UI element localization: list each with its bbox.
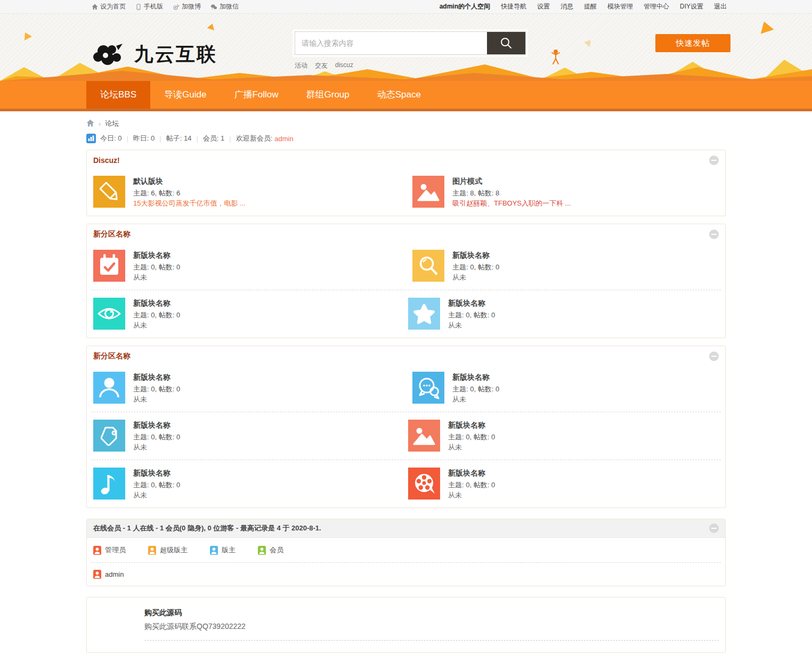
legend-label: 超级版主	[160, 545, 188, 555]
forum-name[interactable]: 新版块名称	[133, 299, 170, 307]
settings-link[interactable]: 设置	[537, 2, 550, 11]
stat-separator: |	[159, 135, 161, 143]
mobile-version-link[interactable]: 手机版	[135, 2, 163, 11]
search-button[interactable]	[487, 32, 525, 54]
eye-icon	[93, 298, 125, 330]
forum-name[interactable]: 新版块名称	[448, 469, 485, 477]
collapse-icon[interactable]	[709, 230, 719, 239]
forum-item[interactable]: 默认版块 主题: 6, 帖数: 6 15大影视公司蒸发千亿市值，电影 ...	[87, 168, 406, 216]
magnifier-icon	[412, 250, 444, 282]
new-member-link[interactable]: admin	[274, 135, 293, 143]
add-weibo-link[interactable]: 加微博	[173, 2, 201, 11]
forum-last-post[interactable]: 从未	[448, 321, 462, 329]
forum-category-section: 新分区名称 新版块名称 主题: 0, 帖数: 0 从未 新版块名称	[86, 346, 726, 508]
messages-link[interactable]: 消息	[561, 2, 573, 11]
forum-stats: 主题: 0, 帖数: 0	[133, 480, 180, 490]
forum-stats: 主题: 0, 帖数: 0	[133, 310, 180, 320]
forum-item[interactable]: 新版块名称 主题: 0, 帖数: 0 从未	[406, 290, 721, 338]
forum-name[interactable]: 新版块名称	[448, 421, 485, 429]
forum-stats: 主题: 0, 帖数: 0	[133, 384, 180, 394]
forum-item[interactable]: 新版块名称 主题: 0, 帖数: 0 从未	[91, 412, 406, 460]
buy-title: 购买此源码	[144, 608, 719, 618]
online-legend: 管理员 超级版主 版主 会员	[87, 538, 725, 562]
diy-settings-link[interactable]: DIY设置	[680, 2, 703, 11]
forum-stats-bar: 今日: 0 | 昨日: 0 | 帖子: 14 | 会员: 1 | 欢迎新会员: …	[86, 134, 726, 143]
stat-separator: |	[196, 135, 198, 143]
forum-name[interactable]: 新版块名称	[448, 299, 485, 307]
pencil-icon	[93, 176, 125, 208]
forum-item[interactable]: 新版块名称 主题: 0, 帖数: 0 从未	[406, 460, 721, 508]
nav-tab-group[interactable]: 群组Group	[293, 81, 363, 109]
mountain-decor	[0, 54, 812, 81]
forum-last-post[interactable]: 从未	[133, 321, 147, 329]
category-title[interactable]: 新分区名称	[93, 351, 131, 361]
stat-separator: |	[126, 135, 128, 143]
film-reel-icon	[408, 468, 440, 500]
forum-name[interactable]: 新版块名称	[452, 251, 490, 259]
forum-last-post[interactable]: 从未	[452, 395, 466, 403]
forum-last-post[interactable]: 从未	[452, 273, 466, 281]
nav-tab-space[interactable]: 动态Space	[363, 81, 435, 109]
forum-row: 新版块名称 主题: 0, 帖数: 0 从未 新版块名称 主题: 0, 帖数: 0…	[91, 460, 721, 508]
forum-item[interactable]: 新版块名称 主题: 0, 帖数: 0 从未	[91, 290, 406, 338]
forum-last-post[interactable]: 从未	[133, 443, 147, 451]
breadcrumb-home-link[interactable]	[86, 119, 94, 128]
nav-tab-follow[interactable]: 广播Follow	[220, 81, 292, 109]
user-badge-icon	[93, 570, 101, 579]
forum-name[interactable]: 新版块名称	[133, 469, 170, 477]
forum-last-post[interactable]: 从未	[448, 491, 462, 499]
logout-link[interactable]: 退出	[714, 2, 727, 11]
forum-last-post[interactable]: 从未	[133, 395, 147, 403]
topbar-link-label: 加微博	[182, 2, 201, 11]
forum-item[interactable]: 新版块名称 主题: 0, 帖数: 0 从未	[91, 460, 406, 508]
forum-item[interactable]: 新版块名称 主题: 0, 帖数: 0 从未	[406, 242, 725, 290]
online-member-row: admin	[91, 562, 721, 586]
search-icon	[499, 36, 513, 50]
module-manage-link[interactable]: 模块管理	[607, 2, 633, 11]
forum-category-section: Discuz! 默认版块 主题: 6, 帖数: 6 15大影视公司蒸发千亿市值，…	[86, 150, 726, 216]
forum-name[interactable]: 新版块名称	[133, 251, 170, 259]
forum-last-post[interactable]: 从未	[133, 491, 147, 499]
main-content: › 论坛 今日: 0 | 昨日: 0 | 帖子: 14 | 会员: 1 | 欢迎…	[86, 111, 726, 653]
collapse-icon[interactable]	[709, 523, 719, 533]
category-title[interactable]: Discuz!	[93, 156, 120, 165]
forum-item[interactable]: 新版块名称 主题: 0, 帖数: 0 从未	[406, 364, 725, 412]
user-space-link[interactable]: admin的个人空间	[440, 2, 490, 11]
stats-chart-icon	[86, 134, 96, 143]
forum-name[interactable]: 新版块名称	[133, 421, 170, 429]
forum-name[interactable]: 新版块名称	[133, 373, 170, 381]
collapse-icon[interactable]	[709, 155, 719, 165]
forum-last-post[interactable]: 吸引赵丽颖、TFBOYS入职的一下科 ...	[452, 199, 571, 207]
collapse-icon[interactable]	[709, 351, 719, 361]
site-header: 九云互联 活动 交友 discuz 快速发帖	[0, 14, 812, 81]
forum-item[interactable]: 新版块名称 主题: 0, 帖数: 0 从未	[406, 412, 721, 460]
set-homepage-link[interactable]: 设为首页	[92, 2, 126, 11]
nav-tab-forum[interactable]: 论坛BBS	[86, 81, 150, 109]
forum-item[interactable]: 新版块名称 主题: 0, 帖数: 0 从未	[87, 242, 406, 290]
stat-welcome-label: 欢迎新会员:	[236, 134, 273, 143]
online-member-name[interactable]: admin	[105, 570, 124, 578]
admin-center-link[interactable]: 管理中心	[644, 2, 669, 11]
legend-label: 版主	[222, 545, 236, 555]
search-input[interactable]	[295, 32, 487, 54]
forum-item[interactable]: 图片模式 主题: 8, 帖数: 8 吸引赵丽颖、TFBOYS入职的一下科 ...	[406, 168, 725, 216]
forum-name[interactable]: 默认版块	[133, 177, 163, 185]
reminders-link[interactable]: 提醒	[584, 2, 597, 11]
forum-last-post[interactable]: 从未	[448, 443, 462, 451]
stat-separator: |	[229, 135, 231, 143]
top-utility-bar: 设为首页 手机版 加微博 加微信 admin的个人空间 快捷导航 设置 消息 提…	[0, 0, 812, 14]
nav-tab-guide[interactable]: 导读Guide	[150, 81, 220, 109]
category-title[interactable]: 新分区名称	[93, 230, 131, 239]
forum-stats: 主题: 0, 帖数: 0	[452, 384, 499, 394]
forum-name[interactable]: 图片模式	[452, 177, 482, 185]
breadcrumb-current[interactable]: 论坛	[105, 119, 119, 128]
forum-last-post[interactable]: 从未	[133, 273, 147, 281]
forum-item[interactable]: 新版块名称 主题: 0, 帖数: 0 从未	[87, 364, 406, 412]
quick-nav-link[interactable]: 快捷导航	[501, 2, 526, 11]
forum-name[interactable]: 新版块名称	[452, 373, 490, 381]
decor-triangle	[758, 19, 774, 34]
forum-last-post[interactable]: 15大影视公司蒸发千亿市值，电影 ...	[133, 199, 246, 207]
add-wechat-link[interactable]: 加微信	[210, 2, 239, 11]
quick-post-button[interactable]: 快速发帖	[655, 34, 730, 52]
online-members-section: 在线会员 - 1 人在线 - 1 会员(0 隐身), 0 位游客 - 最高记录是…	[86, 519, 726, 586]
